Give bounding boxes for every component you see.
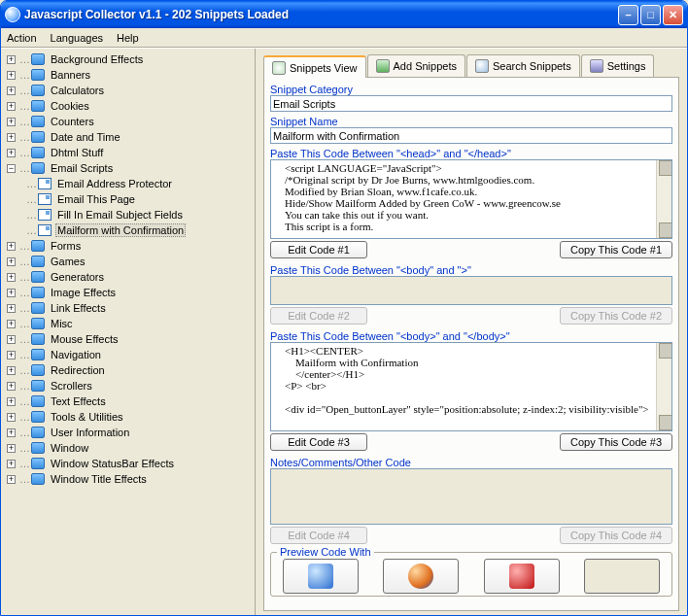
tree-folder[interactable]: −…Email Scripts: [3, 160, 253, 176]
field-name[interactable]: Mailform with Confirmation: [270, 127, 672, 144]
tree-folder[interactable]: +…Link Effects: [3, 300, 253, 316]
expand-icon[interactable]: +: [7, 149, 16, 157]
tree-folder[interactable]: +…Counters: [3, 114, 253, 129]
preview-firefox-button[interactable]: [383, 559, 459, 594]
preview-opera-button[interactable]: [484, 559, 560, 594]
expand-icon[interactable]: +: [7, 257, 16, 266]
tree-folder[interactable]: +…Calculators: [3, 83, 253, 98]
preview-label: Preview Code With: [277, 546, 374, 558]
file-icon: [38, 193, 52, 205]
field-category[interactable]: Email Scripts: [270, 95, 672, 112]
expand-icon[interactable]: +: [7, 444, 16, 453]
expand-icon[interactable]: +: [7, 428, 16, 437]
edit-code-3-button[interactable]: Edit Code #3: [270, 433, 367, 451]
scrollbar[interactable]: [656, 160, 671, 238]
edit-code-1-button[interactable]: Edit Code #1: [270, 241, 367, 258]
tree-folder[interactable]: +…Forms: [3, 238, 253, 254]
minimize-button[interactable]: –: [618, 5, 638, 25]
expand-icon[interactable]: +: [7, 475, 16, 484]
folder-icon: [31, 302, 45, 314]
preview-custom-button[interactable]: [584, 559, 660, 594]
maximize-button[interactable]: □: [640, 5, 661, 25]
tree-folder[interactable]: +…Games: [3, 254, 253, 269]
tree-label: Games: [49, 256, 86, 267]
folder-icon: [31, 442, 45, 454]
tree-folder[interactable]: +…Window Title Effects: [3, 471, 253, 487]
tree-folder[interactable]: +…Navigation: [3, 347, 253, 362]
tree-item[interactable]: …Email Address Protector: [3, 176, 253, 191]
tree-label: Email This Page: [55, 193, 137, 205]
tree-label: Banners: [49, 69, 92, 81]
settings-icon: [590, 59, 603, 73]
tree-item[interactable]: …Mailform with Confirmation: [3, 222, 253, 238]
expand-icon[interactable]: +: [7, 366, 16, 375]
tree-folder[interactable]: +…Background Effects: [3, 51, 253, 67]
expand-icon[interactable]: +: [7, 335, 16, 344]
expand-icon[interactable]: +: [7, 289, 16, 297]
expand-icon[interactable]: +: [7, 397, 16, 406]
tree-item[interactable]: …Email This Page: [3, 191, 253, 207]
expand-icon[interactable]: +: [7, 86, 16, 95]
tree-label: Navigation: [49, 349, 103, 360]
titlebar[interactable]: Javascript Collector v1.1 - 202 Snippets…: [1, 1, 687, 28]
label-section4: Notes/Comments/Other Code: [270, 457, 672, 468]
label-category: Snippet Category: [270, 84, 672, 95]
tab-settings[interactable]: Settings: [581, 54, 655, 77]
expand-icon[interactable]: −: [7, 164, 16, 173]
close-button[interactable]: ✕: [663, 5, 683, 25]
tree-label: Fill In Email Subject Fields: [55, 209, 185, 221]
expand-icon[interactable]: +: [7, 320, 16, 328]
expand-icon[interactable]: +: [7, 273, 16, 282]
tab-snippets-view[interactable]: Snippets View: [263, 55, 366, 78]
menu-help[interactable]: Help: [117, 32, 139, 44]
folder-icon: [31, 85, 45, 96]
expand-icon[interactable]: +: [7, 413, 16, 422]
menu-action[interactable]: Action: [7, 32, 37, 44]
expand-icon[interactable]: +: [7, 133, 16, 142]
tree-folder[interactable]: +…User Information: [3, 425, 253, 440]
tree-folder[interactable]: +…Date and Time: [3, 129, 253, 145]
tree-folder[interactable]: +…Mouse Effects: [3, 331, 253, 347]
tree-folder[interactable]: +…Text Effects: [3, 394, 253, 409]
tree-folder[interactable]: +…Scrollers: [3, 378, 253, 394]
copy-code-3-button[interactable]: Copy This Code #3: [560, 433, 672, 451]
preview-ie-button[interactable]: [283, 559, 359, 594]
file-icon: [38, 224, 52, 236]
code-box-2: [270, 276, 672, 305]
expand-icon[interactable]: +: [7, 460, 16, 468]
expand-icon[interactable]: +: [7, 118, 16, 126]
expand-icon[interactable]: +: [7, 102, 16, 111]
tree-folder[interactable]: +…Misc: [3, 316, 253, 331]
folder-icon: [31, 271, 45, 283]
expand-icon[interactable]: +: [7, 71, 16, 80]
expand-icon[interactable]: +: [7, 304, 16, 313]
menu-languages[interactable]: Languages: [51, 32, 103, 44]
expand-icon[interactable]: +: [7, 55, 16, 64]
tree-label: Link Effects: [49, 302, 108, 314]
tree-item[interactable]: …Fill In Email Subject Fields: [3, 207, 253, 222]
tree-view[interactable]: +…Background Effects+…Banners+…Calculato…: [1, 49, 256, 615]
tree-folder[interactable]: +…Cookies: [3, 98, 253, 114]
tab-add-snippets[interactable]: Add Snippets: [367, 54, 465, 77]
label-section1: Paste This Code Between "<head>" and "</…: [270, 148, 672, 159]
tree-folder[interactable]: +…Window StatusBar Effects: [3, 456, 253, 471]
tab-bar: Snippets View Add Snippets Search Snippe…: [263, 54, 679, 78]
scrollbar[interactable]: [656, 343, 671, 430]
expand-icon[interactable]: +: [7, 242, 16, 251]
tab-search-snippets[interactable]: Search Snippets: [466, 54, 580, 77]
copy-code-1-button[interactable]: Copy This Code #1: [560, 241, 672, 258]
tree-folder[interactable]: +…Redirection: [3, 362, 253, 378]
code-box-1[interactable]: <script LANGUAGE="JavaScript"> /*Origina…: [270, 159, 672, 239]
snippets-panel: Snippet Category Email Scripts Snippet N…: [263, 78, 679, 611]
tree-folder[interactable]: +…Dhtml Stuff: [3, 145, 253, 160]
tree-folder[interactable]: +…Window: [3, 440, 253, 456]
tree-folder[interactable]: +…Tools & Utilities: [3, 409, 253, 425]
tree-folder[interactable]: +…Image Effects: [3, 285, 253, 300]
tree-folder[interactable]: +…Banners: [3, 67, 253, 83]
code-box-3[interactable]: <H1><CENTER> Mailform with Confirmation …: [270, 342, 672, 431]
firefox-icon: [408, 564, 433, 589]
expand-icon[interactable]: +: [7, 382, 16, 391]
folder-icon: [31, 147, 45, 158]
expand-icon[interactable]: +: [7, 351, 16, 359]
tree-folder[interactable]: +…Generators: [3, 269, 253, 285]
